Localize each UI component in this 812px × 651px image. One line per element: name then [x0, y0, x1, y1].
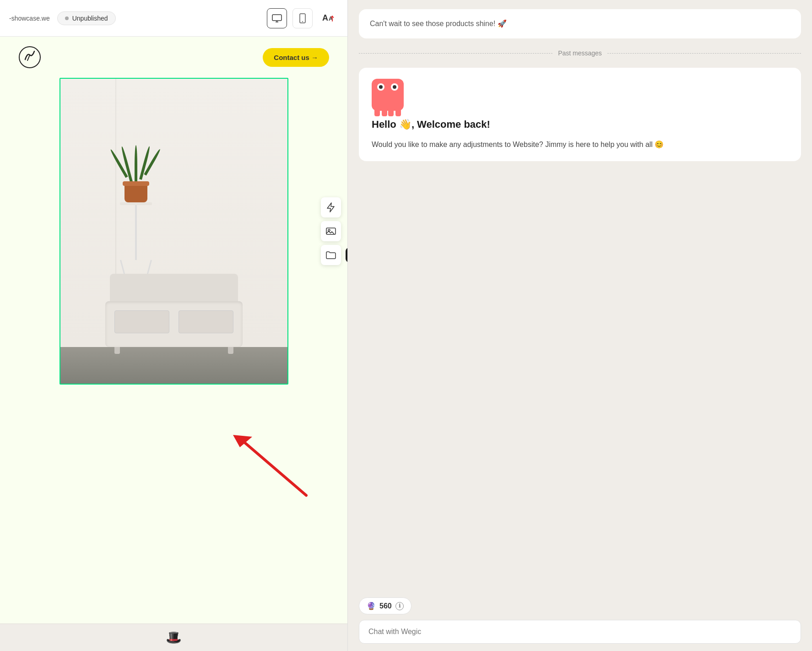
chat-messages: Can't wait to see those products shine! … [348, 0, 812, 590]
bottom-bar: 🎩 [0, 624, 347, 651]
publishing-message: Can't wait to see those products shine! … [359, 9, 801, 38]
desktop-view-button[interactable] [267, 8, 287, 28]
monster-avatar [372, 79, 404, 111]
site-url: -showcase.we [9, 15, 50, 22]
text-size-button[interactable]: A A [318, 8, 338, 28]
divider-line-right [607, 53, 801, 54]
chat-input-container [359, 620, 801, 644]
local-upload-button[interactable]: Local Upload [321, 245, 341, 265]
credits-count: 560 [379, 602, 392, 610]
sofa-leg-right [228, 347, 233, 354]
site-logo [18, 46, 41, 69]
room-image [60, 79, 287, 384]
status-badge[interactable]: Unpublished [57, 11, 116, 25]
image-replace-button[interactable] [321, 221, 341, 241]
credits-row: 🔮 560 ℹ [359, 597, 801, 614]
welcome-card: Hello 👋, Welcome back! Would you like to… [359, 68, 801, 161]
stand-pole [135, 205, 137, 260]
svg-rect-9 [326, 228, 336, 234]
sofa-leg-left [114, 347, 120, 354]
svg-rect-0 [272, 15, 281, 21]
welcome-title: Hello 👋, Welcome back! [372, 118, 788, 131]
chat-input[interactable] [368, 628, 791, 636]
divider-line-left [359, 53, 552, 54]
past-messages-divider: Past messages [359, 46, 801, 60]
lightning-icon [327, 202, 335, 212]
plant-stand [120, 145, 152, 278]
credits-emoji: 🔮 [367, 602, 376, 610]
lightning-button[interactable] [321, 197, 341, 217]
credits-badge: 🔮 560 ℹ [359, 597, 411, 614]
svg-text:A: A [322, 13, 328, 22]
image-right-toolbar: Local Upload [321, 197, 341, 265]
status-label: Unpublished [72, 15, 108, 22]
sofa-cushion-left [114, 310, 169, 333]
floor [60, 347, 287, 384]
sofa-body [105, 301, 243, 347]
preview-image-section: Local Upload [0, 78, 347, 385]
folder-icon [326, 251, 336, 259]
info-icon[interactable]: ℹ [395, 602, 404, 610]
status-dot [65, 16, 69, 20]
past-messages-label: Past messages [558, 49, 602, 57]
desktop-icon [272, 14, 282, 22]
editor-panel: -showcase.we Unpublished [0, 0, 348, 651]
svg-point-4 [302, 21, 303, 22]
welcome-text: Would you like to make any adjustments t… [372, 139, 788, 151]
mobile-icon [299, 13, 306, 23]
chat-panel: Can't wait to see those products shine! … [348, 0, 812, 651]
leaf [135, 145, 137, 186]
sofa [105, 274, 243, 347]
contact-button[interactable]: Contact us → [263, 48, 329, 67]
mobile-view-button[interactable] [292, 8, 313, 28]
plant-leaves [120, 145, 152, 186]
editor-content: Contact us → [0, 37, 347, 624]
svg-point-8 [19, 47, 40, 68]
hat-icon: 🎩 [166, 630, 182, 645]
local-upload-tooltip: Local Upload [346, 248, 347, 262]
sofa-cushion-right [179, 310, 233, 333]
preview-nav: Contact us → [0, 37, 347, 78]
plant-pot [125, 184, 147, 202]
chat-bottom: 🔮 560 ℹ [348, 590, 812, 651]
image-replace-icon [326, 227, 336, 236]
preview-image-container[interactable] [60, 78, 288, 385]
website-preview: Contact us → [0, 37, 347, 624]
text-size-icon: A A [322, 13, 334, 23]
editor-toolbar: -showcase.we Unpublished [0, 0, 347, 37]
toolbar-icons: A A [267, 8, 338, 28]
